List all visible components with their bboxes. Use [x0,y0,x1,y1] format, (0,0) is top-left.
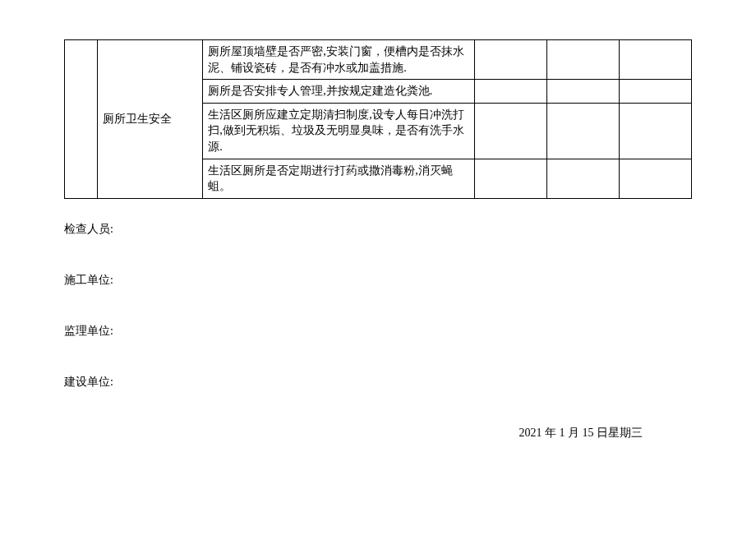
inspector-label: 检查人员: [64,222,692,237]
cell-category: 厕所卫生安全 [98,40,203,199]
date-text: 2021 年 1 月 15 日星期三 [64,426,692,440]
cell-description: 厕所是否安排专人管理,并按规定建造化粪池. [203,80,474,104]
cell-index [65,40,98,199]
supervision-label: 监理单位: [64,324,692,339]
inspection-table: 厕所卫生安全 厕所屋顶墙壁是否严密,安装门窗，便槽内是否抹水泥、铺设瓷砖，是否有… [64,39,692,199]
cell-empty [619,159,691,198]
table-row: 厕所卫生安全 厕所屋顶墙壁是否严密,安装门窗，便槽内是否抹水泥、铺设瓷砖，是否有… [65,40,692,80]
cell-description: 生活区厕所是否定期进行打药或撒消毒粉,消灭蝇蛆。 [203,159,474,198]
cell-empty [546,103,619,159]
cell-empty [546,80,619,104]
cell-empty [546,159,619,198]
signature-section: 检查人员: 施工单位: 监理单位: 建设单位: [64,222,692,390]
cell-empty [474,159,546,198]
cell-empty [619,103,691,159]
cell-empty [619,40,691,80]
cell-empty [546,40,619,80]
cell-empty [619,80,691,104]
cell-description: 厕所屋顶墙壁是否严密,安装门窗，便槽内是否抹水泥、铺设瓷砖，是否有冲水或加盖措施… [203,40,474,80]
cell-description: 生活区厕所应建立定期清扫制度,设专人每日冲洗打扫,做到无积垢、垃圾及无明显臭味，… [203,103,474,159]
cell-empty [474,40,546,80]
cell-empty [474,80,546,104]
construction-label: 施工单位: [64,273,692,288]
cell-empty [474,103,546,159]
owner-label: 建设单位: [64,375,692,390]
